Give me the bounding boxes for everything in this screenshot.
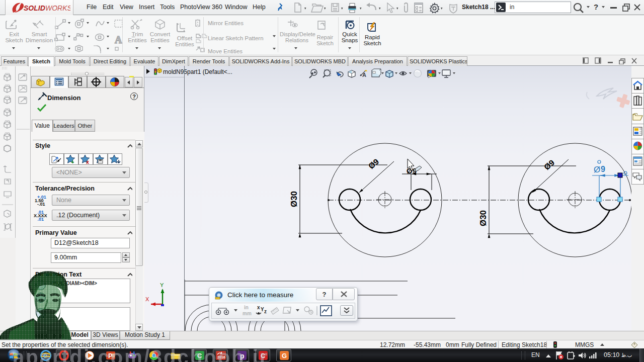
svg-text:Ø9: Ø9 — [367, 157, 380, 170]
svg-text:A: A — [362, 72, 366, 78]
svg-text:z: z — [264, 309, 267, 314]
svg-text:Ø30: Ø30 — [478, 210, 488, 226]
svg-text:Ø30: Ø30 — [289, 191, 299, 207]
svg-text:in: in — [244, 305, 249, 310]
svg-text:Y: Y — [261, 307, 264, 312]
svg-text:G: G — [282, 352, 287, 359]
svg-text:Ø: Ø — [594, 165, 600, 174]
svg-text:X: X — [145, 296, 149, 302]
svg-text:Ø9: Ø9 — [542, 158, 556, 171]
svg-text:mm: mm — [243, 311, 252, 316]
svg-text:WORKS: WORKS — [45, 4, 70, 12]
svg-text:+: + — [71, 159, 74, 165]
svg-text:9: 9 — [601, 165, 605, 173]
svg-text:Y: Y — [160, 282, 164, 288]
svg-text:A: A — [115, 34, 122, 45]
svg-text:x: x — [257, 305, 260, 310]
svg-text:x: x — [86, 159, 90, 165]
svg-text:SOLID: SOLID — [24, 4, 45, 12]
